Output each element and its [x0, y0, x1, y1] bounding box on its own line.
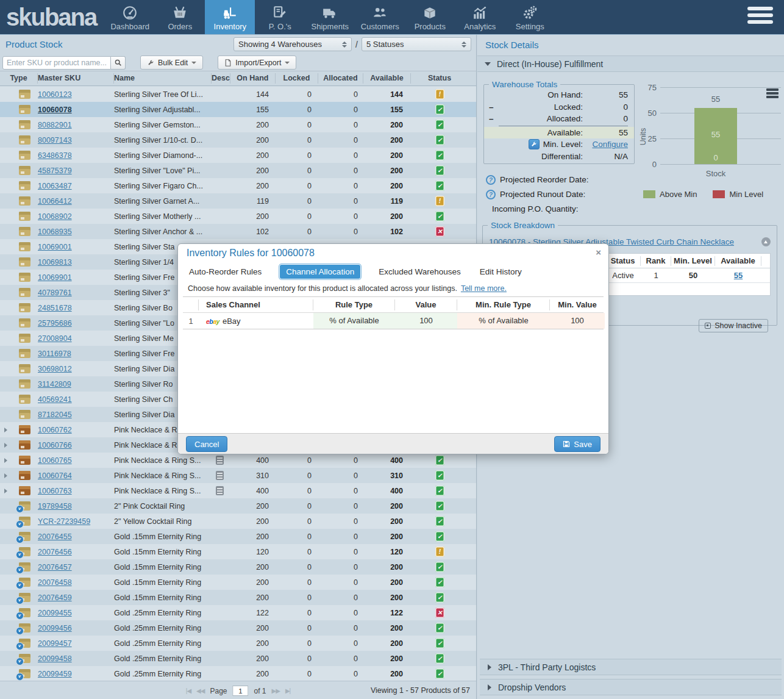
- master-sku-link[interactable]: 10060766: [38, 441, 114, 450]
- master-sku-link[interactable]: 40789761: [38, 289, 114, 297]
- master-sku-link[interactable]: 10060763: [38, 487, 114, 495]
- col-status[interactable]: Status: [411, 73, 476, 84]
- expand-arrow-icon[interactable]: [4, 458, 7, 463]
- expand-arrow-icon[interactable]: [4, 489, 7, 493]
- master-sku-link[interactable]: 30116978: [38, 349, 114, 358]
- table-row[interactable]: 20099456 Gold .25mm Eternity Ring 200 0 …: [0, 620, 476, 636]
- status-filter-select[interactable]: 5 Statuses: [362, 37, 471, 51]
- import-export-button[interactable]: Import/Export: [218, 56, 296, 70]
- master-sku-link[interactable]: 25795686: [38, 319, 114, 328]
- configure-min-level-button[interactable]: [529, 139, 540, 149]
- expand-arrow-icon[interactable]: [4, 428, 7, 432]
- bulk-edit-button[interactable]: Bulk Edit: [140, 56, 203, 70]
- master-sku-link[interactable]: 20076459: [38, 593, 114, 602]
- tab-channel-allocation[interactable]: Channel Allocation: [279, 264, 361, 279]
- table-row[interactable]: 10060764 Pink Necklace & Ring S... 310 0…: [0, 468, 476, 483]
- master-sku-link[interactable]: 20099457: [38, 639, 114, 648]
- table-row[interactable]: 20076457 Gold .15mm Eternity Ring 200 0 …: [0, 559, 476, 575]
- master-sku-link[interactable]: 63486378: [38, 151, 114, 160]
- master-sku-link[interactable]: 30698012: [38, 365, 114, 373]
- dropship-vendors-section[interactable]: Dropship Vendors: [480, 679, 782, 695]
- description-icon[interactable]: [216, 456, 224, 465]
- master-sku-link[interactable]: 20099455: [38, 609, 114, 617]
- master-sku-link[interactable]: 10060123: [38, 90, 114, 99]
- min-value-cell[interactable]: 100: [550, 313, 605, 329]
- master-sku-link[interactable]: 24851678: [38, 304, 114, 312]
- tell-me-more-link[interactable]: Tell me more.: [461, 284, 507, 293]
- configure-link[interactable]: Configure: [591, 140, 629, 149]
- cancel-button[interactable]: Cancel: [186, 436, 227, 452]
- master-sku-link[interactable]: 10068935: [38, 228, 114, 236]
- menu-icon[interactable]: [747, 7, 773, 27]
- master-sku-link[interactable]: 31142809: [38, 380, 114, 389]
- table-row[interactable]: 10068935 Sterling Silver Anchor & ... 10…: [0, 224, 476, 239]
- master-sku-link[interactable]: 80882901: [38, 121, 114, 129]
- rule-type-cell[interactable]: % of Available: [313, 313, 395, 329]
- table-row[interactable]: 10066412 Sterling Silver Garnet A... 119…: [0, 193, 476, 209]
- prev-page-icon[interactable]: [196, 687, 204, 694]
- master-sku-link[interactable]: 20099459: [38, 670, 114, 678]
- last-page-icon[interactable]: [285, 687, 290, 694]
- table-row[interactable]: YCR-27239459 2" Yellow Cocktail Ring 200…: [0, 514, 476, 529]
- master-sku-link[interactable]: 87182045: [38, 410, 114, 419]
- next-page-icon[interactable]: [272, 687, 280, 694]
- warehouse-filter-select[interactable]: Showing 4 Warehouses: [233, 37, 352, 51]
- breakdown-available-link[interactable]: 55: [715, 271, 761, 280]
- master-sku-link[interactable]: 10069901: [38, 273, 114, 282]
- master-sku-link[interactable]: 27008904: [38, 334, 114, 343]
- master-sku-link[interactable]: 10063487: [38, 182, 114, 190]
- master-sku-link[interactable]: 10066412: [38, 197, 114, 206]
- table-row[interactable]: 20099458 Gold .25mm Eternity Ring 200 0 …: [0, 651, 476, 666]
- save-button[interactable]: Save: [554, 436, 600, 452]
- search-input[interactable]: [2, 56, 111, 70]
- master-sku-link[interactable]: 20099456: [38, 624, 114, 633]
- nav-item-settings[interactable]: Settings: [505, 0, 555, 34]
- master-sku-link[interactable]: 20076456: [38, 548, 114, 556]
- col-master-sku[interactable]: Master SKU: [38, 73, 114, 84]
- table-row[interactable]: 10060765 Pink Necklace & Ring S... 400 0…: [0, 453, 476, 468]
- table-row[interactable]: 45875379 Sterling Silver "Love" Pi... 20…: [0, 163, 476, 178]
- col-on-hand[interactable]: On Hand: [230, 73, 276, 84]
- description-icon[interactable]: [216, 471, 224, 480]
- master-sku-link[interactable]: 19789458: [38, 502, 114, 511]
- collapse-icon[interactable]: [761, 237, 771, 246]
- tab-edit-history[interactable]: Edit History: [479, 264, 523, 279]
- help-icon[interactable]: ?: [486, 190, 496, 199]
- master-sku-link[interactable]: 10060762: [38, 426, 114, 434]
- master-sku-link[interactable]: 10060764: [38, 471, 114, 480]
- master-sku-link[interactable]: 10068902: [38, 212, 114, 221]
- skubana-logo[interactable]: skubana: [0, 0, 105, 34]
- table-row[interactable]: 10068902 Sterling Silver Motherly ... 20…: [0, 209, 476, 224]
- master-sku-link[interactable]: 10069001: [38, 243, 114, 251]
- help-icon[interactable]: ?: [486, 175, 496, 185]
- close-icon[interactable]: ×: [596, 247, 601, 257]
- nav-item-dashboard[interactable]: Dashboard: [105, 0, 155, 34]
- master-sku-link[interactable]: 20076458: [38, 578, 114, 587]
- table-row[interactable]: 20099457 Gold .25mm Eternity Ring 200 0 …: [0, 636, 476, 651]
- col-type[interactable]: Type: [0, 73, 38, 84]
- table-row[interactable]: 63486378 Sterling Silver Diamond-... 200…: [0, 148, 476, 163]
- tab-excluded-warehouses[interactable]: Excluded Warehouses: [377, 264, 462, 279]
- nav-item-analytics[interactable]: Analytics: [455, 0, 505, 34]
- show-inactive-button[interactable]: Show Inactive: [699, 319, 768, 332]
- master-sku-link[interactable]: 10069813: [38, 258, 114, 267]
- table-row[interactable]: 10063487 Sterling Silver Figaro Ch... 20…: [0, 178, 476, 193]
- col-available[interactable]: Available: [363, 73, 411, 84]
- description-icon[interactable]: [216, 486, 224, 495]
- master-sku-link[interactable]: 10060078: [38, 106, 114, 114]
- table-row[interactable]: 19789458 2" Pink Cocktail Ring 200 0 0 2…: [0, 498, 476, 514]
- min-rule-type-cell[interactable]: % of Available: [457, 313, 550, 329]
- master-sku-link[interactable]: 20076455: [38, 532, 114, 541]
- master-sku-link[interactable]: 40569241: [38, 395, 114, 404]
- page-number-input[interactable]: [233, 686, 249, 696]
- table-row[interactable]: 20099455 Gold .25mm Eternity Ring 122 0 …: [0, 605, 476, 620]
- table-row[interactable]: 20076458 Gold .15mm Eternity Ring 200 0 …: [0, 575, 476, 590]
- table-row[interactable]: 80097143 Sterling Silver 1/10-ct. D... 2…: [0, 132, 476, 148]
- direct-fulfillment-section[interactable]: Direct (In-House) Fulfillment: [477, 56, 784, 72]
- value-cell[interactable]: 100: [395, 313, 457, 329]
- col-desc[interactable]: Desc: [212, 73, 230, 84]
- master-sku-link[interactable]: 20099458: [38, 654, 114, 663]
- table-row[interactable]: 20076455 Gold .15mm Eternity Ring 200 0 …: [0, 529, 476, 544]
- master-sku-link[interactable]: 10060765: [38, 456, 114, 465]
- nav-item-customers[interactable]: Customers: [355, 0, 405, 34]
